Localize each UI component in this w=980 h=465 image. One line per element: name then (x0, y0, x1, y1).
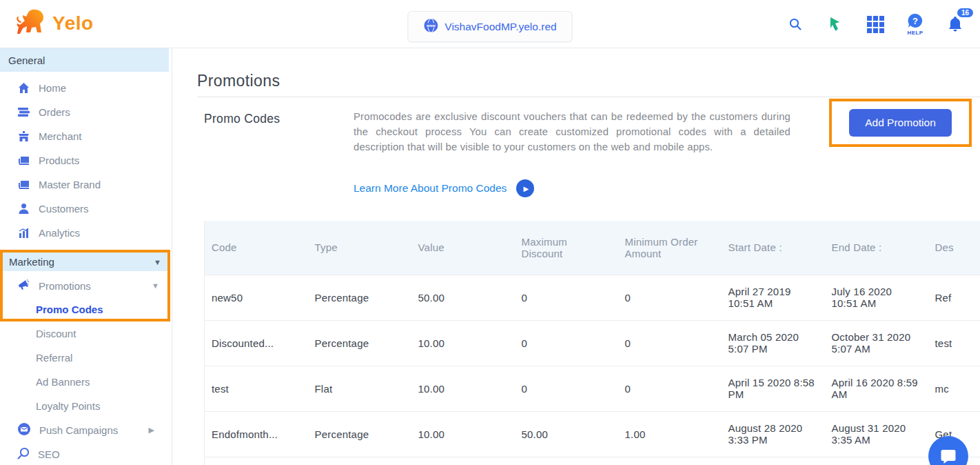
play-icon: ▶ (523, 185, 529, 192)
storefront-icon (17, 130, 30, 143)
search-icon[interactable] (786, 9, 805, 39)
help-icon[interactable]: ? HELP (906, 9, 925, 39)
orders-icon (17, 106, 30, 119)
cell-start-date: April 27 2019 10:51 AM (722, 275, 825, 320)
cell-description: mc (928, 366, 980, 411)
general-header-label: General (8, 55, 45, 66)
promotions-label: Promotions (39, 280, 91, 292)
sidebar-item-label: Customers (39, 203, 89, 215)
sidebar-item-merchant[interactable]: Merchant (0, 124, 172, 148)
sidebar-item-seo[interactable]: SEO (0, 442, 172, 465)
cell-end-date: July 16 2020 10:51 AM (825, 275, 928, 320)
chevron-down-icon: ▼ (152, 281, 159, 290)
play-video-button[interactable]: ▶ (516, 179, 534, 197)
cell-description: test (928, 320, 980, 366)
table-row[interactable]: new50 Percentage 50.00 0 0 April 27 2019… (205, 275, 980, 320)
cell-value: 10.00 (411, 411, 515, 457)
cell-max-discount: 0 (515, 275, 618, 320)
table-row[interactable]: Discounted... Percentage 10.00 0 0 March… (205, 320, 980, 366)
sidebar-item-label: Analytics (39, 227, 80, 239)
brand-icon (17, 179, 30, 191)
cell-min-order: 0 (618, 275, 722, 320)
cell-code: Discounted... (205, 320, 308, 366)
home-icon (17, 82, 30, 95)
sidebar-item-ad-banners[interactable]: Ad Banners (0, 370, 172, 394)
cell-start-date: August 28 2020 3:33 PM (722, 411, 825, 457)
col-header-description: Des (928, 221, 980, 275)
push-campaigns-label: Push Campaigns (39, 424, 118, 436)
cell-type: Percentage (308, 411, 411, 457)
svg-text:?: ? (912, 16, 918, 26)
sidebar-section-marketing[interactable]: Marketing ▼ (3, 253, 167, 271)
cell-value: 10.00 (411, 366, 515, 411)
sidebar-item-discount[interactable]: Discount (0, 321, 172, 346)
yelo-logo[interactable]: Yelo (15, 7, 94, 40)
sidebar-item-label: Orders (39, 106, 70, 118)
svg-text:www: www (426, 23, 436, 27)
cell-value: 10.00 (411, 320, 515, 366)
cell-start-date: March 05 2020 5:07 PM (722, 320, 825, 366)
sidebar-item-label: Products (39, 155, 79, 166)
promo-codes-label: Promo Codes (36, 304, 103, 315)
chat-icon (939, 446, 958, 465)
sidebar: General Home Orders Merchant Products Ma… (0, 48, 172, 465)
cell-start-date: April 15 2020 8:58 PM (722, 366, 825, 411)
cell-type: Percentage (308, 275, 411, 320)
notifications-bell-icon[interactable]: 16 (946, 9, 965, 39)
sub-item-label: Loyalty Points (36, 400, 100, 412)
page-title: Promotions (197, 72, 280, 90)
table-row[interactable]: test Flat 10.00 0 0 April 15 2020 8:58 P… (205, 366, 980, 411)
chevron-right-icon: ▶ (149, 426, 154, 435)
cell-max-discount: 0 (515, 320, 618, 366)
sidebar-item-products[interactable]: Products (0, 148, 172, 172)
col-header-min-order: Minimum Order Amount (618, 221, 722, 275)
sidebar-item-label: Home (39, 82, 66, 94)
top-bar: Yelo www VishavFoodMP.yelo.red ? HELP (0, 0, 980, 48)
person-icon (17, 203, 30, 215)
table-row[interactable]: Endofmonth... Percentage 10.00 50.00 1.0… (205, 411, 980, 457)
product-tour-cursor-icon[interactable] (826, 9, 845, 39)
cell-value: 50.00 (411, 275, 515, 320)
sub-item-label: Referral (36, 352, 72, 364)
table-row[interactable] (205, 457, 980, 465)
promo-codes-description: Promocodes are exclusive discount vouche… (354, 109, 790, 155)
seo-magnifier-icon (17, 447, 30, 462)
cell-code: new50 (205, 275, 308, 320)
topbar-icon-group: ? HELP 16 (786, 0, 965, 48)
cell-description: Ref (928, 275, 980, 320)
sidebar-item-loyalty-points[interactable]: Loyalty Points (0, 394, 172, 418)
col-header-code: Code (205, 221, 308, 275)
package-icon (17, 155, 30, 167)
cell-end-date: August 31 2020 3:35 AM (825, 411, 928, 457)
cell-end-date: April 16 2020 8:59 AM (825, 366, 928, 411)
cell-type: Flat (308, 366, 411, 411)
sidebar-item-label: Master Brand (39, 179, 101, 190)
globe-www-icon: www (423, 18, 438, 36)
sidebar-section-general[interactable]: General (0, 48, 169, 72)
sidebar-item-orders[interactable]: Orders (0, 100, 172, 124)
add-promotion-button[interactable]: Add Promotion (849, 109, 952, 137)
sub-item-label: Ad Banners (36, 376, 90, 388)
apps-grid-icon[interactable] (866, 9, 885, 39)
megaphone-icon (17, 279, 30, 293)
col-header-value: Value (411, 221, 515, 275)
sidebar-item-master-brand[interactable]: Master Brand (0, 172, 172, 197)
sidebar-item-customers[interactable]: Customers (0, 197, 172, 221)
sidebar-item-promo-codes-active[interactable]: Promo Codes (3, 300, 167, 319)
sidebar-item-home[interactable]: Home (0, 76, 172, 100)
cell-type: Percentage (308, 320, 411, 366)
sidebar-item-promotions[interactable]: Promotions ▼ (3, 271, 167, 300)
seo-label: SEO (38, 448, 60, 460)
promo-codes-table: Code Type Value Maximum Discount Minimum… (204, 221, 980, 465)
sidebar-item-referral[interactable]: Referral (0, 346, 172, 370)
col-header-max-discount: Maximum Discount (515, 221, 618, 275)
learn-more-link[interactable]: Learn More About Promo Codes (354, 182, 507, 195)
store-domain-text: VishavFoodMP.yelo.red (445, 21, 556, 33)
cell-code: Endofmonth... (205, 411, 308, 457)
marketing-highlight-box: Marketing ▼ Promotions ▼ Promo Codes (0, 250, 170, 321)
sidebar-item-push-campaigns[interactable]: Push Campaigns ▶ (0, 418, 172, 442)
col-header-end-date: End Date : (825, 221, 928, 275)
store-domain-pill[interactable]: www VishavFoodMP.yelo.red (407, 11, 572, 42)
sidebar-item-analytics[interactable]: Analytics (0, 221, 172, 245)
cell-min-order: 1.00 (618, 411, 722, 457)
